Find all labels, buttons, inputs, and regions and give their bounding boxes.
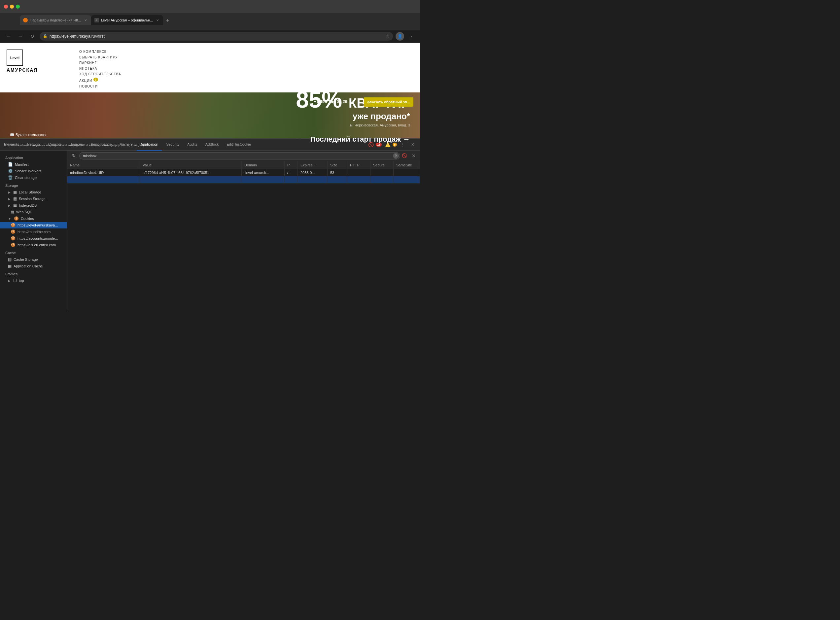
reload-button[interactable]: ↻ [28, 32, 37, 41]
col-samesite: SameSite [394, 161, 420, 169]
cookie-path-selected [285, 176, 298, 183]
nav-bar: ← → ↻ 🔒 https://level-amurskaya.ru/#firs… [0, 30, 420, 43]
cookie-table-header: Name Value Domain P Expires... Size HTTP… [67, 161, 420, 169]
block-icon[interactable]: 🚫 [401, 152, 408, 160]
cookie-size-selected [328, 176, 347, 183]
sidebar-item-cookies[interactable]: ▼ 🍪 Cookies [0, 215, 67, 222]
tab-favicon-2: L [95, 18, 99, 23]
sidebar-item-web-sql[interactable]: ▤ Web SQL [0, 209, 67, 215]
service-workers-icon: ⚙️ [8, 169, 13, 173]
title-bar [0, 0, 420, 13]
session-storage-label: Session Storage [19, 197, 45, 201]
web-sql-label: Web SQL [16, 210, 32, 214]
bookmark-icon[interactable]: ☆ [386, 34, 390, 39]
devtools-panel: Elements Network Console Sources Perform… [0, 138, 420, 310]
tab-close-1[interactable]: ✕ [83, 18, 88, 23]
search-input[interactable] [79, 152, 400, 160]
hero-content: 📖 Буклет комплекса 85% КВАРТИР уже прода… [0, 134, 420, 147]
sidebar-item-cookies-criteo[interactable]: 🍪 https://dis.eu.criteo.com [0, 242, 67, 248]
menu-button[interactable]: ⋮ [407, 32, 416, 41]
local-storage-icon: ▦ [13, 190, 17, 194]
tab-title-2: Level Амурская – официальн... [101, 18, 153, 22]
address-bar[interactable]: 🔒 https://level-amurskaya.ru/#first ☆ [40, 32, 393, 41]
cookies-level-label: https://level-amurskaya... [18, 223, 58, 227]
sidebar-item-manifest[interactable]: 📄 Manifest [0, 161, 67, 168]
frames-top-label: top [19, 278, 24, 283]
cookie-samesite-1 [394, 169, 420, 176]
sidebar-item-cookies-google[interactable]: 🍪 https://accounts.google... [0, 235, 67, 242]
cookie-secure-selected [370, 176, 394, 183]
close-button[interactable] [4, 5, 8, 9]
sidebar-item-cookies-level[interactable]: 🍪 https://level-amurskaya... [0, 222, 67, 229]
cookies-roundme-label: https://roundme.com [18, 230, 51, 234]
tab-inactive[interactable]: Параметры подключения Htt... ✕ [20, 15, 91, 25]
session-storage-icon: ▦ [13, 196, 17, 201]
col-secure: Secure [370, 161, 394, 169]
hero-cta[interactable]: Заказать обратный зв... [364, 97, 413, 107]
maximize-button[interactable] [16, 5, 20, 9]
frames-top-expand: ▶ [8, 279, 11, 283]
tab-title-1: Параметры подключения Htt... [30, 18, 81, 22]
sidebar-item-indexeddb[interactable]: ▶ ▦ IndexedDB [0, 202, 67, 209]
hero-booklet[interactable]: 📖 Буклет комплекса [10, 133, 45, 137]
cookies-roundme-icon: 🍪 [11, 229, 15, 234]
sidebar-item-local-storage[interactable]: ▶ ▦ Local Storage [0, 189, 67, 196]
cookie-domain-selected [242, 176, 285, 183]
hero-tagline: Последний старт продаж → [310, 135, 410, 144]
frames-top-icon: ☐ [13, 278, 17, 283]
tabs-bar: Параметры подключения Htt... ✕ L Level А… [0, 13, 420, 25]
sidebar-item-cookies-roundme[interactable]: 🍪 https://roundme.com [0, 229, 67, 235]
sidebar-item-cache-storage[interactable]: ▤ Cache Storage [0, 256, 67, 263]
refresh-button[interactable]: ↻ [70, 152, 77, 160]
logo-box: Level [7, 50, 23, 66]
cookie-expires-1: 2038-0... [298, 169, 328, 176]
cookie-size-1: 53 [328, 169, 347, 176]
cookie-expires-selected [298, 176, 328, 183]
nav-link-2[interactable]: ВЫБРАТЬ КВАРТИРУ [79, 54, 121, 60]
hero-footnote: *85% – объем проданных квартир первой оч… [10, 144, 410, 147]
application-cache-label: Application Cache [14, 264, 43, 268]
devtools-sidebar: Application 📄 Manifest ⚙️ Service Worker… [0, 150, 67, 310]
session-storage-expand: ▶ [8, 197, 11, 201]
nav-link-6[interactable]: АКЦИИ 3 [79, 77, 121, 84]
manifest-label: Manifest [15, 163, 29, 166]
sidebar-item-frames-top[interactable]: ▶ ☐ top [0, 277, 67, 284]
cookies-icon: 🍪 [14, 216, 19, 221]
nav-link-1[interactable]: О КОМПЛЕКСЕ [79, 49, 121, 54]
cookies-criteo-icon: 🍪 [11, 243, 15, 247]
sidebar-item-clear-storage[interactable]: 🗑️ Clear storage [0, 174, 67, 181]
sidebar-section-cache: Cache [0, 250, 67, 256]
cookies-criteo-label: https://dis.eu.criteo.com [18, 243, 56, 247]
sidebar-item-service-workers[interactable]: ⚙️ Service Workers [0, 168, 67, 174]
nav-link-5[interactable]: ХОД СТРОИТЕЛЬСТВА [79, 71, 121, 77]
devtools-body: Application 📄 Manifest ⚙️ Service Worker… [0, 150, 420, 310]
forward-button[interactable]: → [16, 32, 25, 41]
tab-active[interactable]: L Level Амурская – официальн... ✕ [91, 15, 163, 25]
sidebar-section-frames: Frames [0, 271, 67, 277]
cookie-row-selected[interactable] [67, 176, 420, 184]
sidebar-item-application-cache[interactable]: ▦ Application Cache [0, 263, 67, 269]
nav-link-4[interactable]: ИПОТЕКА [79, 66, 121, 71]
web-sql-icon: ▤ [11, 210, 14, 214]
sidebar-item-session-storage[interactable]: ▶ ▦ Session Storage [0, 196, 67, 202]
cache-storage-icon: ▤ [8, 257, 12, 262]
logo-subtitle: АМУРСКАЯ [7, 67, 73, 73]
clear-filter-button[interactable]: ✕ [393, 153, 399, 159]
close-filter-button[interactable]: ✕ [410, 152, 417, 160]
back-button[interactable]: ← [4, 32, 13, 41]
col-name: Name [67, 161, 140, 169]
minimize-button[interactable] [10, 5, 14, 9]
cookies-level-icon: 🍪 [11, 223, 15, 227]
add-tab-button[interactable]: + [163, 16, 172, 25]
nav-link-7[interactable]: НОВОСТИ [79, 84, 121, 89]
nav-link-3[interactable]: ПАРКИНГ [79, 60, 121, 66]
cookie-row-1[interactable]: mindboxDeviceUUID af17296d-af45-4b07-b66… [67, 169, 420, 176]
site-logo: Level АМУРСКАЯ [0, 43, 79, 92]
local-storage-label: Local Storage [19, 190, 41, 194]
tab-close-2[interactable]: ✕ [155, 18, 160, 23]
devtools-main-panel: ↻ ✕ 🚫 ✕ Name Value Domain P Expires... S… [67, 150, 420, 310]
profile-button[interactable]: 👤 [396, 32, 404, 41]
sidebar-section-storage: Storage [0, 182, 67, 189]
cookie-value-1: af17296d-af45-4b07-b664-9762a5f70051 [140, 169, 242, 176]
cookie-value-selected [140, 176, 242, 183]
